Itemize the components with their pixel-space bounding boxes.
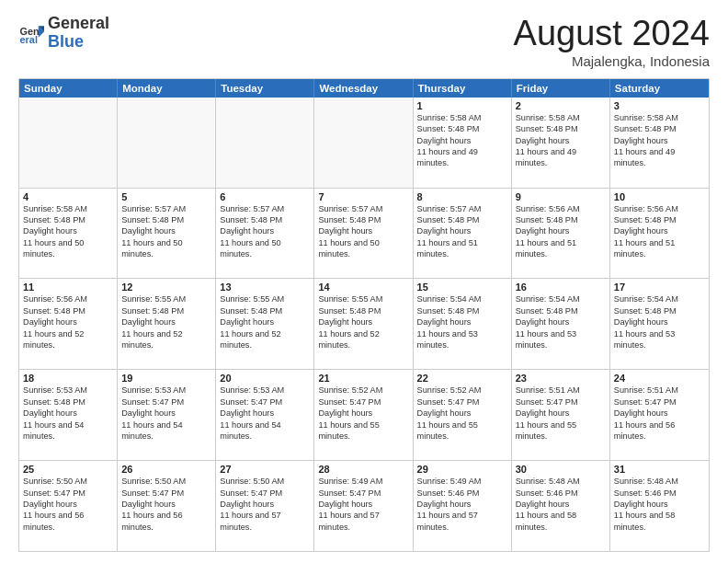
day-cell-14: 14Sunrise: 5:55 AMSunset: 5:48 PMDayligh… bbox=[314, 279, 413, 369]
daylight-value: 11 hours and 50 minutes. bbox=[23, 237, 113, 260]
daylight-label: Daylight hours bbox=[417, 408, 507, 419]
day-cell-1: 1Sunrise: 5:58 AMSunset: 5:48 PMDaylight… bbox=[414, 98, 512, 188]
sunrise-line: Sunrise: 5:57 AM bbox=[121, 203, 211, 214]
sunrise-line: Sunrise: 5:49 AM bbox=[318, 476, 408, 487]
sunrise-line: Sunrise: 5:56 AM bbox=[516, 203, 606, 214]
svg-text:eral: eral bbox=[20, 34, 38, 45]
day-number: 3 bbox=[614, 100, 705, 111]
sunset-line: Sunset: 5:48 PM bbox=[614, 123, 705, 134]
daylight-value: 11 hours and 51 minutes. bbox=[516, 237, 606, 260]
sunrise-line: Sunrise: 5:55 AM bbox=[220, 293, 310, 304]
daylight-label: Daylight hours bbox=[318, 316, 408, 327]
page: Gen eral General Blue August 2024 Majale… bbox=[0, 0, 728, 563]
daylight-value: 11 hours and 56 minutes. bbox=[121, 510, 211, 533]
day-cell-8: 8Sunrise: 5:57 AMSunset: 5:48 PMDaylight… bbox=[414, 189, 512, 279]
daylight-label: Daylight hours bbox=[318, 408, 408, 419]
empty-cell bbox=[19, 98, 118, 188]
daylight-label: Daylight hours bbox=[417, 225, 507, 236]
sunrise-line: Sunrise: 5:57 AM bbox=[417, 203, 507, 214]
day-cell-9: 9Sunrise: 5:56 AMSunset: 5:48 PMDaylight… bbox=[512, 189, 610, 279]
month-title: August 2024 bbox=[514, 15, 710, 53]
sunset-line: Sunset: 5:47 PM bbox=[121, 488, 211, 499]
day-number: 13 bbox=[220, 282, 310, 293]
sunset-line: Sunset: 5:48 PM bbox=[614, 305, 705, 316]
sunset-line: Sunset: 5:47 PM bbox=[220, 396, 310, 408]
day-number: 1 bbox=[417, 100, 507, 111]
week-row-1: 1Sunrise: 5:58 AMSunset: 5:48 PMDaylight… bbox=[19, 98, 709, 188]
daylight-value: 11 hours and 54 minutes. bbox=[23, 419, 113, 442]
daylight-label: Daylight hours bbox=[121, 316, 211, 327]
logo-general-text: General bbox=[48, 15, 109, 33]
daylight-label: Daylight hours bbox=[220, 316, 310, 327]
sunrise-line: Sunrise: 5:49 AM bbox=[417, 476, 507, 487]
daylight-label: Daylight hours bbox=[23, 408, 113, 419]
day-cell-5: 5Sunrise: 5:57 AMSunset: 5:48 PMDaylight… bbox=[118, 189, 216, 279]
daylight-value: 11 hours and 57 minutes. bbox=[318, 510, 408, 533]
day-cell-25: 25Sunrise: 5:50 AMSunset: 5:47 PMDayligh… bbox=[19, 461, 118, 551]
sunset-line: Sunset: 5:47 PM bbox=[318, 396, 408, 408]
daylight-label: Daylight hours bbox=[220, 499, 310, 510]
day-cell-22: 22Sunrise: 5:52 AMSunset: 5:47 PMDayligh… bbox=[414, 370, 512, 460]
day-number: 12 bbox=[121, 282, 211, 293]
day-cell-3: 3Sunrise: 5:58 AMSunset: 5:48 PMDaylight… bbox=[610, 98, 709, 188]
day-cell-15: 15Sunrise: 5:54 AMSunset: 5:48 PMDayligh… bbox=[414, 279, 512, 369]
day-number: 21 bbox=[318, 373, 408, 384]
day-number: 14 bbox=[318, 282, 408, 293]
header-cell-monday: Monday bbox=[118, 79, 216, 98]
header-cell-saturday: Saturday bbox=[610, 79, 709, 98]
daylight-label: Daylight hours bbox=[614, 135, 705, 146]
sunset-line: Sunset: 5:47 PM bbox=[23, 488, 113, 499]
day-cell-27: 27Sunrise: 5:50 AMSunset: 5:47 PMDayligh… bbox=[216, 461, 314, 551]
day-cell-29: 29Sunrise: 5:49 AMSunset: 5:46 PMDayligh… bbox=[414, 461, 512, 551]
day-number: 11 bbox=[23, 282, 113, 293]
sunrise-line: Sunrise: 5:50 AM bbox=[121, 476, 211, 487]
day-number: 30 bbox=[516, 464, 606, 475]
daylight-value: 11 hours and 54 minutes. bbox=[121, 419, 211, 442]
day-number: 2 bbox=[516, 100, 606, 111]
daylight-value: 11 hours and 57 minutes. bbox=[220, 510, 310, 533]
daylight-value: 11 hours and 54 minutes. bbox=[220, 419, 310, 442]
sunset-line: Sunset: 5:48 PM bbox=[318, 305, 408, 316]
sunset-line: Sunset: 5:48 PM bbox=[121, 214, 211, 225]
day-cell-11: 11Sunrise: 5:56 AMSunset: 5:48 PMDayligh… bbox=[19, 279, 118, 369]
daylight-label: Daylight hours bbox=[516, 499, 606, 510]
day-number: 18 bbox=[23, 373, 113, 384]
daylight-value: 11 hours and 49 minutes. bbox=[516, 146, 606, 169]
daylight-label: Daylight hours bbox=[23, 499, 113, 510]
day-cell-20: 20Sunrise: 5:53 AMSunset: 5:47 PMDayligh… bbox=[216, 370, 314, 460]
day-cell-12: 12Sunrise: 5:55 AMSunset: 5:48 PMDayligh… bbox=[118, 279, 216, 369]
daylight-label: Daylight hours bbox=[23, 316, 113, 327]
day-number: 31 bbox=[614, 464, 705, 475]
day-number: 29 bbox=[417, 464, 507, 475]
sunset-line: Sunset: 5:48 PM bbox=[516, 305, 606, 316]
week-row-2: 4Sunrise: 5:58 AMSunset: 5:48 PMDaylight… bbox=[19, 188, 709, 279]
day-cell-13: 13Sunrise: 5:55 AMSunset: 5:48 PMDayligh… bbox=[216, 279, 314, 369]
header-cell-wednesday: Wednesday bbox=[314, 79, 413, 98]
week-row-5: 25Sunrise: 5:50 AMSunset: 5:47 PMDayligh… bbox=[19, 460, 709, 551]
logo-text: General Blue bbox=[48, 15, 109, 52]
daylight-label: Daylight hours bbox=[318, 225, 408, 236]
calendar-header: SundayMondayTuesdayWednesdayThursdayFrid… bbox=[19, 79, 709, 98]
sunrise-line: Sunrise: 5:48 AM bbox=[516, 476, 606, 487]
sunrise-line: Sunrise: 5:52 AM bbox=[318, 385, 408, 396]
daylight-label: Daylight hours bbox=[516, 316, 606, 327]
daylight-value: 11 hours and 57 minutes. bbox=[417, 510, 507, 533]
sunset-line: Sunset: 5:47 PM bbox=[614, 396, 705, 408]
daylight-value: 11 hours and 53 minutes. bbox=[614, 328, 705, 351]
week-row-4: 18Sunrise: 5:53 AMSunset: 5:48 PMDayligh… bbox=[19, 369, 709, 460]
day-cell-17: 17Sunrise: 5:54 AMSunset: 5:48 PMDayligh… bbox=[610, 279, 709, 369]
daylight-value: 11 hours and 55 minutes. bbox=[516, 419, 606, 442]
daylight-value: 11 hours and 55 minutes. bbox=[417, 419, 507, 442]
sunrise-line: Sunrise: 5:52 AM bbox=[417, 385, 507, 396]
daylight-label: Daylight hours bbox=[318, 499, 408, 510]
day-cell-19: 19Sunrise: 5:53 AMSunset: 5:47 PMDayligh… bbox=[118, 370, 216, 460]
sunrise-line: Sunrise: 5:48 AM bbox=[614, 476, 705, 487]
daylight-label: Daylight hours bbox=[417, 316, 507, 327]
day-number: 4 bbox=[23, 191, 113, 202]
sunset-line: Sunset: 5:48 PM bbox=[121, 305, 211, 316]
daylight-value: 11 hours and 52 minutes. bbox=[23, 328, 113, 351]
sunrise-line: Sunrise: 5:50 AM bbox=[23, 476, 113, 487]
daylight-label: Daylight hours bbox=[614, 499, 705, 510]
sunset-line: Sunset: 5:48 PM bbox=[220, 305, 310, 316]
day-number: 16 bbox=[516, 282, 606, 293]
